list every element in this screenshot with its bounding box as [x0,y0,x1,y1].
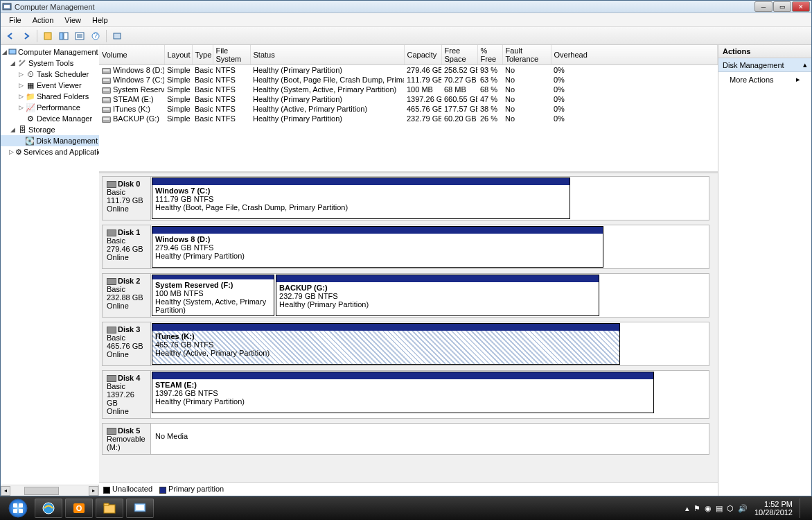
tray-volume-icon[interactable]: 🔊 [738,504,748,513]
scroll-thumb[interactable] [24,487,59,495]
column-headers[interactable]: Volume Layout Type File System Status Ca… [99,45,718,65]
taskbar-compmgmt[interactable] [126,499,154,518]
disk-label: Disk 2Basic232.88 GBOnline [103,274,151,317]
menu-file[interactable]: File [3,15,27,26]
tree-root[interactable]: ◢ Computer Management (Local [1,46,99,58]
taskbar-ie[interactable] [35,499,62,518]
collapse-icon[interactable]: ◢ [9,60,16,67]
tree-services-apps[interactable]: ▷⚙Services and Applications [1,146,99,157]
col-capacity[interactable]: Capacity [404,45,441,65]
system-tray[interactable]: ▴ ⚑ ◉ ▤ ⬡ 🔊 1:52 PM 10/28/2012 [681,499,809,518]
disk-row[interactable]: Disk 4Basic1397.26 GBOnlineSTEAM (E:)139… [102,370,709,419]
partition[interactable]: ITunes (K:)465.76 GB NTFSHealthy (Active… [152,323,620,365]
col-volume[interactable]: Volume [99,45,164,65]
table-row[interactable]: STEAM (E:)SimpleBasicNTFSHealthy (Primar… [99,94,718,104]
col-fault[interactable]: Fault Tolerance [502,45,551,65]
disk-row[interactable]: Disk 5Removable (M:)No Media [102,423,709,455]
partition[interactable]: Windows 7 (C:)111.79 GB NTFSHealthy (Boo… [152,177,570,219]
tree-hscrollbar[interactable]: ◂ ▸ [1,485,98,496]
col-free[interactable]: Free Space [441,45,477,65]
actions-more[interactable]: More Actions ▸ [718,72,811,87]
volume-list[interactable]: Volume Layout Type File System Status Ca… [99,45,718,173]
collapse-icon[interactable]: ◢ [2,49,7,55]
cell-status: Healthy (System, Active, Primary Partiti… [250,85,404,94]
cell-pct: 93 % [477,65,502,76]
disk-graphic-pane[interactable]: Disk 0Basic111.79 GBOnlineWindows 7 (C:)… [99,173,718,482]
col-type[interactable]: Type [192,45,213,65]
expand-icon[interactable]: ▷ [17,93,24,100]
scroll-left-button[interactable]: ◂ [1,486,10,496]
disk-row[interactable]: Disk 3Basic465.76 GBOnlineITunes (K:)465… [102,322,709,366]
collapse-icon[interactable]: ◢ [9,126,16,133]
minimize-button[interactable]: ─ [754,1,773,12]
maximize-button[interactable]: ▭ [773,1,791,12]
tray-app-icon[interactable]: ◉ [705,504,712,513]
help-button[interactable]: ? [89,29,103,43]
menu-action[interactable]: Action [27,15,60,26]
tree-event-viewer[interactable]: ▷▦Event Viewer [1,80,99,91]
expand-icon[interactable]: ▷ [9,148,14,155]
actions-section[interactable]: Disk Management ▴ [718,58,811,72]
tray-up-icon[interactable]: ▴ [685,504,689,513]
menu-view[interactable]: View [59,15,87,26]
col-status[interactable]: Status [250,45,404,65]
menu-help[interactable]: Help [87,15,114,26]
show-desktop-button[interactable] [800,499,805,518]
table-row[interactable]: Windows 7 (C:)SimpleBasicNTFSHealthy (Bo… [99,75,718,85]
col-overhead[interactable]: Overhead [551,45,718,65]
disk-icon: 💽 [25,136,35,146]
cell-pct: 63 % [477,75,502,85]
cell-cap: 1397.26 GB [404,94,441,104]
cell-type: Basic [192,104,213,114]
tray-app2-icon[interactable]: ▤ [716,504,723,513]
taskbar-clock[interactable]: 1:52 PM 10/28/2012 [752,500,795,517]
show-hide-tree-button[interactable] [57,29,71,43]
disk-row[interactable]: Disk 0Basic111.79 GBOnlineWindows 7 (C:)… [102,176,709,220]
cell-ft: No [502,65,551,76]
col-layout[interactable]: Layout [164,45,192,65]
tree-shared-folders[interactable]: ▷📁Shared Folders [1,91,99,102]
properties-button[interactable] [41,29,55,43]
partition[interactable]: System Reserved (F:)100 MB NTFSHealthy (… [152,275,274,316]
expand-icon[interactable]: ▷ [17,104,24,111]
drive-icon [102,87,111,94]
col-filesystem[interactable]: File System [213,45,250,65]
cell-fs: NTFS [213,85,250,94]
partition[interactable]: STEAM (E:)1397.26 GB NTFSHealthy (Primar… [152,372,654,413]
table-row[interactable]: ITunes (K:)SimpleBasicNTFSHealthy (Activ… [99,104,718,114]
table-row[interactable]: BACKUP (G:)SimpleBasicNTFSHealthy (Prima… [99,114,718,123]
tree-device-manager[interactable]: ⚙Device Manager [1,113,99,124]
table-row[interactable]: Windows 8 (D:)SimpleBasicNTFSHealthy (Pr… [99,65,718,76]
tree-system-tools[interactable]: ◢ System Tools [1,58,99,69]
taskbar[interactable]: O ▴ ⚑ ◉ ▤ ⬡ 🔊 1:52 PM 10/28/2012 [0,496,812,520]
scroll-right-button[interactable]: ▸ [89,486,98,496]
disk-row[interactable]: Disk 2Basic232.88 GBOnlineSystem Reserve… [102,273,709,318]
cell-ov: 0% [551,85,718,94]
table-row[interactable]: System Reserved (F:)SimpleBasicNTFSHealt… [99,85,718,94]
partition[interactable]: Windows 8 (D:)279.46 GB NTFSHealthy (Pri… [152,226,603,268]
refresh-button[interactable] [73,29,87,43]
cell-status: Healthy (Boot, Page File, Crash Dump, Pr… [250,75,404,85]
taskbar-explorer[interactable] [96,499,123,518]
cell-ov: 0% [551,75,718,85]
expand-icon[interactable]: ▷ [17,82,24,89]
close-button[interactable]: ✕ [792,1,810,12]
settings-button[interactable] [110,29,124,43]
taskbar-outlook[interactable]: O [65,499,93,518]
tray-action-center-icon[interactable]: ⚑ [694,504,700,513]
tree-performance[interactable]: ▷📈Performance [1,102,99,113]
expand-icon[interactable]: ▷ [17,71,24,78]
tray-network-icon[interactable]: ⬡ [727,504,734,513]
partition[interactable]: BACKUP (G:)232.79 GB NTFSHealthy (Primar… [276,275,599,316]
forward-button[interactable] [19,29,33,43]
tree-storage[interactable]: ◢ 🗄 Storage [1,124,99,135]
navigation-tree[interactable]: ◢ Computer Management (Local ◢ System To… [1,45,99,485]
tree-disk-management[interactable]: 💽Disk Management [1,135,99,146]
start-button[interactable] [4,497,32,519]
col-pctfree[interactable]: % Free [477,45,502,65]
title-bar[interactable]: Computer Management ─ ▭ ✕ [1,1,811,13]
back-button[interactable] [3,29,17,43]
chevron-right-icon: ▸ [796,75,800,84]
disk-row[interactable]: Disk 1Basic279.46 GBOnlineWindows 8 (D:)… [102,225,709,269]
tree-task-scheduler[interactable]: ▷⏲Task Scheduler [1,69,99,80]
